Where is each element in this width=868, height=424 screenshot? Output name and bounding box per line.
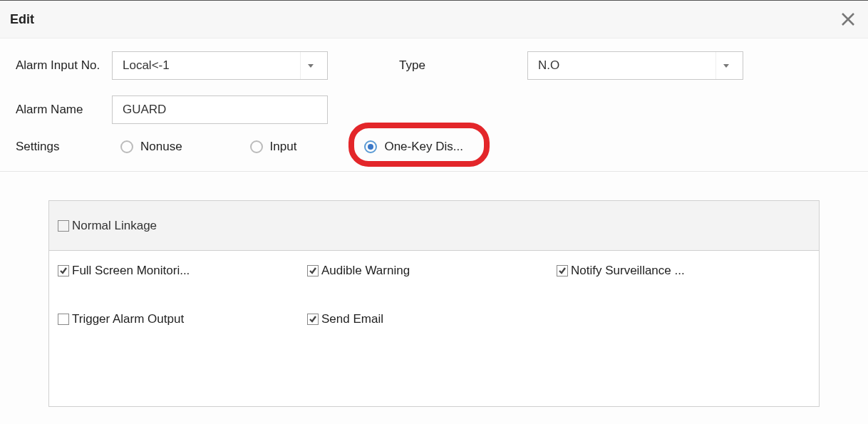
linkage-body: Full Screen Monitori... Audible Warning … [49, 251, 819, 373]
chevron-down-icon [723, 64, 729, 68]
radio-onekey[interactable]: One-Key Dis... [364, 140, 463, 154]
dialog-title: Edit [10, 12, 34, 27]
checkbox-audible[interactable] [307, 265, 319, 276]
divider [0, 171, 868, 172]
select-type[interactable]: N.O [527, 51, 743, 80]
radio-nonuse[interactable]: Nonuse [120, 140, 182, 154]
select-alarm-input-value: Local<-1 [123, 58, 170, 73]
label-type: Type [399, 58, 463, 73]
label-audible: Audible Warning [321, 264, 410, 278]
check-icon [309, 267, 317, 275]
select-alarm-input[interactable]: Local<-1 [112, 51, 328, 80]
label-alarm-input: Alarm Input No. [16, 58, 112, 73]
label-trigger: Trigger Alarm Output [72, 312, 184, 326]
cell-email: Send Email [307, 312, 557, 326]
cell-notify: Notify Surveillance ... [557, 264, 806, 278]
checkbox-normal-linkage[interactable] [58, 220, 69, 232]
chevron-down-icon [308, 64, 314, 68]
linkage-header: Normal Linkage [49, 201, 819, 251]
radio-input[interactable]: Input [250, 140, 297, 154]
radio-icon [250, 140, 263, 153]
linkage-panel: Normal Linkage Full Screen Monitori... A… [48, 200, 820, 407]
cell-full-screen: Full Screen Monitori... [58, 264, 307, 278]
close-icon [840, 11, 856, 27]
linkage-row-2: Trigger Alarm Output Send Email [58, 312, 810, 326]
radio-input-label: Input [270, 140, 297, 154]
form-area: Alarm Input No. Local<-1 Type N.O Alarm … [0, 38, 868, 171]
row-settings: Settings Nonuse Input One-Key Dis... [16, 140, 852, 154]
label-full-screen: Full Screen Monitori... [72, 264, 190, 278]
settings-radio-group: Nonuse Input One-Key Dis... [112, 140, 463, 154]
row-alarm-input: Alarm Input No. Local<-1 Type N.O [16, 51, 852, 80]
row-alarm-name: Alarm Name [16, 95, 852, 124]
radio-onekey-label: One-Key Dis... [384, 140, 463, 154]
label-settings: Settings [16, 140, 112, 154]
close-button[interactable] [838, 9, 858, 29]
linkage-header-label: Normal Linkage [72, 219, 157, 233]
radio-nonuse-label: Nonuse [140, 140, 182, 154]
checkbox-full-screen[interactable] [58, 265, 69, 276]
label-alarm-name: Alarm Name [16, 103, 112, 117]
cell-audible: Audible Warning [307, 264, 557, 278]
caret-box-type [715, 52, 735, 79]
check-icon [309, 315, 317, 324]
check-icon [59, 267, 68, 275]
check-icon [558, 267, 567, 275]
input-alarm-name[interactable] [112, 95, 328, 124]
select-type-value: N.O [538, 58, 559, 73]
radio-onekey-wrap: One-Key Dis... [364, 140, 463, 154]
checkbox-notify[interactable] [557, 265, 568, 276]
cell-trigger: Trigger Alarm Output [58, 312, 307, 326]
label-notify: Notify Surveillance ... [571, 264, 685, 278]
dialog-header: Edit [0, 0, 868, 38]
checkbox-email[interactable] [307, 314, 319, 325]
caret-box [300, 52, 320, 79]
radio-icon [120, 140, 133, 153]
linkage-row-1: Full Screen Monitori... Audible Warning … [58, 264, 810, 278]
radio-icon-selected [364, 140, 377, 153]
label-email: Send Email [321, 312, 383, 326]
checkbox-trigger[interactable] [58, 314, 69, 325]
